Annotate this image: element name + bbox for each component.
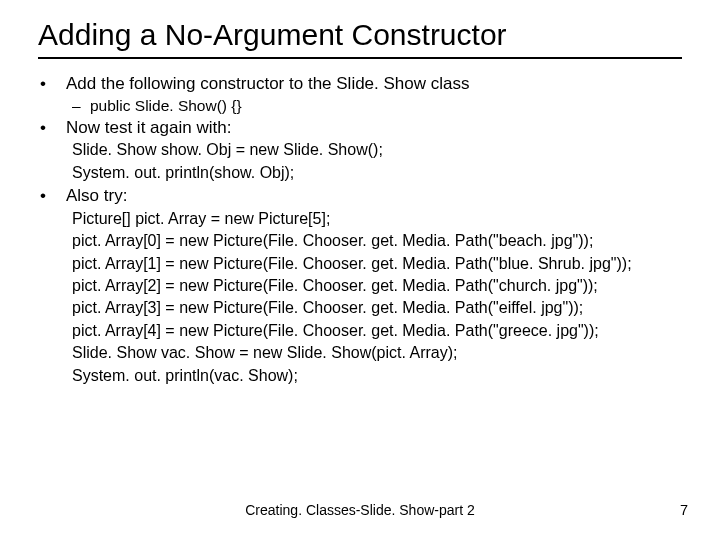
code-line: pict. Array[3] = new Picture(File. Choos… xyxy=(72,298,682,318)
code-line: pict. Array[2] = new Picture(File. Choos… xyxy=(72,276,682,296)
code-line: pict. Array[1] = new Picture(File. Choos… xyxy=(72,254,682,274)
code-line: System. out. println(show. Obj); xyxy=(72,163,682,183)
bullet-1: • Add the following constructor to the S… xyxy=(38,73,682,94)
bullet-3: • Also try: xyxy=(38,185,682,206)
bullet-icon: • xyxy=(38,185,66,206)
bullet-1-text: Add the following constructor to the Sli… xyxy=(66,73,682,94)
code-line: pict. Array[0] = new Picture(File. Choos… xyxy=(72,231,682,251)
footer-text: Creating. Classes-Slide. Show-part 2 xyxy=(0,502,720,518)
bullet-1-sub-text: public Slide. Show() {} xyxy=(90,96,242,115)
bullet-icon: • xyxy=(38,117,66,138)
bullet-3-text: Also try: xyxy=(66,185,682,206)
dash-icon: – xyxy=(72,96,90,115)
page-number: 7 xyxy=(680,502,688,518)
code-line: Slide. Show vac. Show = new Slide. Show(… xyxy=(72,343,682,363)
slide-content: • Add the following constructor to the S… xyxy=(38,73,682,387)
code-line: Slide. Show show. Obj = new Slide. Show(… xyxy=(72,140,682,160)
slide: Adding a No-Argument Constructor • Add t… xyxy=(0,0,720,540)
code-line: Picture[] pict. Array = new Picture[5]; xyxy=(72,209,682,229)
bullet-icon: • xyxy=(38,73,66,94)
bullet-1-sub: – public Slide. Show() {} xyxy=(72,96,682,115)
code-line: pict. Array[4] = new Picture(File. Choos… xyxy=(72,321,682,341)
bullet-2-text: Now test it again with: xyxy=(66,117,682,138)
bullet-2: • Now test it again with: xyxy=(38,117,682,138)
slide-title: Adding a No-Argument Constructor xyxy=(38,18,682,59)
code-line: System. out. println(vac. Show); xyxy=(72,366,682,386)
